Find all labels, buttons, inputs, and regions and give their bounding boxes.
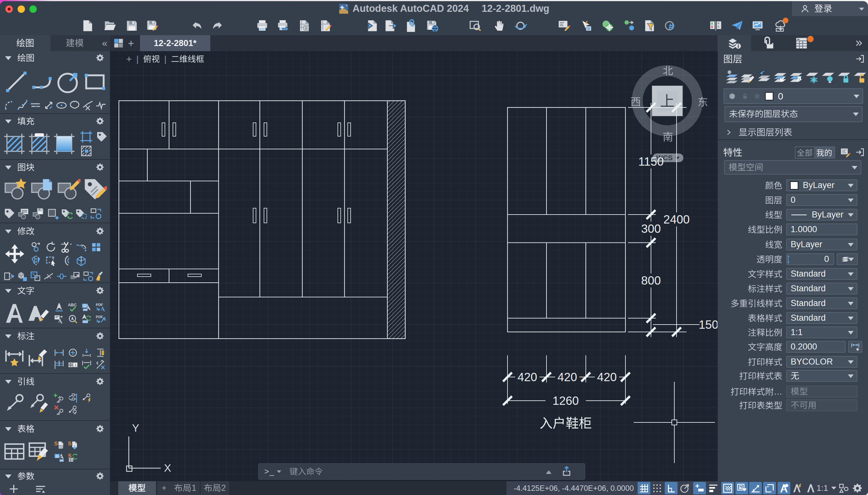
section-settings-gear-icon[interactable] (95, 286, 105, 296)
section-settings-gear-icon[interactable] (95, 472, 105, 481)
text-copy-tool-icon[interactable] (53, 314, 65, 325)
section-settings-gear-icon[interactable] (95, 117, 105, 126)
more-palettes-button[interactable] (854, 38, 865, 48)
view-control[interactable] (143, 54, 160, 64)
clean-brush-tool-icon[interactable] (95, 271, 107, 282)
drawing-tab-new[interactable]: + (157, 481, 171, 495)
leader-tool-icon[interactable] (3, 393, 25, 415)
block-swap-tool-icon[interactable] (83, 271, 94, 282)
close-layers-panel-icon[interactable] (855, 54, 865, 64)
copy-tool-icon[interactable] (30, 241, 43, 253)
plot-edit-icon[interactable] (318, 18, 333, 33)
property-select-control[interactable]: ByLayer (786, 239, 857, 250)
text-sync-tool-icon[interactable] (81, 314, 93, 325)
chevron-down-icon[interactable] (848, 287, 854, 291)
hatch-tool-icon[interactable] (3, 133, 25, 155)
viewport-menu-button[interactable]: + (126, 54, 132, 65)
section-settings-gear-icon[interactable] (95, 227, 105, 236)
edit-properties-icon[interactable] (556, 18, 571, 33)
orbit-icon[interactable] (513, 18, 528, 33)
section-header-3[interactable] (0, 225, 110, 238)
save-web-icon[interactable] (425, 18, 439, 33)
section-settings-gear-icon[interactable] (95, 331, 105, 341)
layer-brush-icon[interactable] (741, 70, 756, 84)
tag-sync-tool-icon[interactable] (61, 207, 73, 220)
visual-style-control[interactable] (171, 54, 204, 64)
quick-calc-icon[interactable] (663, 18, 678, 33)
rotate-tool-icon[interactable] (45, 241, 58, 253)
chevron-down-icon[interactable] (854, 95, 860, 98)
workspace-switching-button[interactable] (837, 482, 850, 494)
pdf-tools-tool-icon[interactable] (94, 314, 106, 325)
command-line[interactable]: >_ (258, 463, 585, 480)
annotation-autoscale-toggle-icon[interactable] (791, 482, 804, 494)
page-setup-icon[interactable] (297, 18, 312, 33)
quick-properties-icon[interactable] (839, 147, 851, 159)
layer-selector[interactable]: 0 (724, 88, 863, 104)
command-history-chevron[interactable] (277, 471, 281, 473)
array-tool-icon[interactable] (89, 241, 103, 253)
rectangle-tool-icon[interactable] (82, 69, 108, 95)
chevron-down-icon[interactable] (848, 360, 854, 364)
text-width-picker-button[interactable] (848, 341, 862, 353)
section-header-1[interactable] (0, 115, 110, 128)
move-tool-icon[interactable] (3, 242, 26, 266)
dim-tolerance-tool-icon[interactable] (67, 359, 79, 370)
ellipse-tool-icon[interactable] (55, 99, 68, 112)
point-style-icon[interactable] (622, 18, 637, 33)
insert-block-tool-icon[interactable] (3, 177, 28, 202)
cube-move-tool-icon[interactable] (16, 271, 28, 282)
tab-attach-palette[interactable] (751, 35, 784, 51)
text-brush-tool-icon[interactable] (28, 302, 50, 325)
chevron-down-icon[interactable] (848, 302, 854, 305)
plus-tool-icon[interactable] (8, 483, 20, 495)
export-icon[interactable] (384, 18, 398, 33)
scale-rect-tool-icon[interactable] (30, 271, 41, 282)
revcloud-tool-icon[interactable] (68, 99, 81, 112)
chevron-down-icon[interactable] (848, 199, 854, 202)
close-properties-panel-icon[interactable] (855, 147, 865, 157)
transparency-toggle-icon[interactable] (721, 482, 734, 494)
property-input-control[interactable]: 1.0000 (786, 223, 857, 235)
table-text-tool-icon[interactable] (53, 452, 65, 463)
dim-check-tool-icon[interactable] (81, 359, 93, 370)
snap-toggle-icon[interactable] (651, 482, 663, 494)
section-header-6[interactable] (0, 375, 110, 388)
table-brush-tool-icon[interactable] (28, 440, 50, 463)
trim-tool-icon[interactable] (59, 241, 73, 253)
system-monitor-icon[interactable] (750, 18, 765, 33)
drawing-tab-布局2[interactable]: 2 (201, 481, 229, 495)
property-height-control[interactable]: 0.2000 (786, 341, 846, 353)
new-drawing-tab-button[interactable]: + (128, 38, 134, 49)
tag-blue-tool-icon[interactable] (75, 207, 88, 220)
tag-tool-icon[interactable] (3, 207, 16, 220)
plot-icon[interactable] (255, 18, 269, 33)
layer-freeze-icon[interactable] (753, 92, 761, 100)
section-settings-gear-icon[interactable] (95, 163, 105, 172)
section-settings-gear-icon[interactable] (95, 377, 105, 387)
section-header-2[interactable] (0, 161, 110, 174)
section-header-7[interactable] (0, 423, 110, 436)
layer-unlock-icon[interactable] (853, 70, 867, 84)
hatch-edit-tool-icon[interactable] (79, 144, 93, 157)
leader-circles-tool-icon[interactable] (67, 405, 79, 416)
filter-all-button[interactable] (795, 147, 814, 158)
cloud-sync-icon[interactable] (773, 18, 788, 33)
dim-x-tool-icon[interactable] (94, 359, 106, 370)
login-button[interactable] (792, 1, 868, 16)
save-icon[interactable] (124, 18, 139, 33)
mirror-tool-icon[interactable] (30, 255, 43, 267)
quick-select-icon[interactable] (578, 18, 593, 33)
box-3d-tool-icon[interactable] (74, 255, 88, 267)
share-command-icon[interactable] (561, 466, 572, 477)
layer-import-icon[interactable] (773, 70, 787, 84)
chevron-down-icon[interactable] (848, 374, 854, 378)
break-x-tool-icon[interactable] (82, 99, 94, 112)
tab-layers-palette[interactable] (718, 35, 751, 51)
section-header-5[interactable] (0, 330, 110, 343)
leader-add-tool-icon[interactable] (53, 393, 65, 404)
attach-icon[interactable] (404, 18, 419, 33)
chevron-down-icon[interactable] (848, 317, 854, 320)
property-select-control[interactable] (786, 370, 857, 382)
property-select-control[interactable]: 1:1 (786, 326, 857, 338)
